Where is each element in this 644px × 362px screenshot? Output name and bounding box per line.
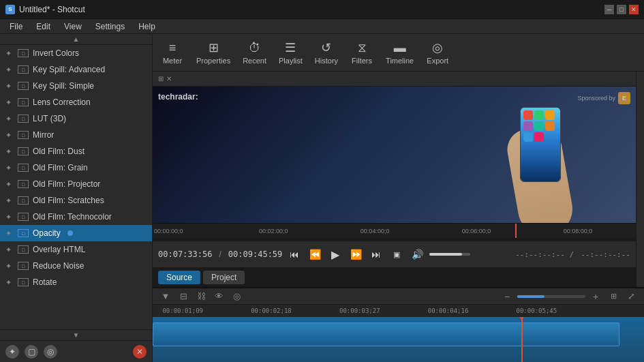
- playlist-button[interactable]: ☰ Playlist: [273, 35, 308, 70]
- timeline-link-button[interactable]: ⛓: [194, 289, 209, 304]
- skip-end-button[interactable]: ⏭: [368, 246, 384, 262]
- filters-label: Filters: [352, 57, 372, 65]
- timeline-scrub-button[interactable]: 👁: [211, 289, 226, 304]
- star-icon: ✦: [5, 49, 14, 58]
- filter-type-icon: □: [18, 229, 29, 237]
- filter-item-rotate[interactable]: ✦ □ Rotate: [0, 274, 152, 290]
- current-time-display: 00:07:33:56: [158, 250, 212, 259]
- filter-label: Key Spill: Advanced: [33, 65, 105, 74]
- timeline-label: Timeline: [386, 57, 414, 65]
- maximize-button[interactable]: □: [617, 5, 626, 14]
- active-dot: [67, 230, 73, 236]
- add-filter-button[interactable]: ✦: [5, 345, 19, 359]
- menu-settings[interactable]: Settings: [89, 20, 132, 33]
- filter-type-icon: □: [18, 49, 29, 57]
- filter-item-old-film-scratches[interactable]: ✦ □ Old Film: Scratches: [0, 192, 152, 209]
- scroll-up-icon[interactable]: ▲: [73, 35, 80, 43]
- filter-item-invert-colors[interactable]: ✦ □ Invert Colors: [0, 45, 152, 61]
- timeline-area: ▼ ⊟ ⛓ 👁 ◎ − + ⊞ ⤢ 00:00:01;: [153, 287, 644, 362]
- fast-forward-button[interactable]: ⏩: [348, 246, 364, 262]
- audio-filter-button[interactable]: ◎: [44, 345, 57, 359]
- right-scrollbar[interactable]: [636, 72, 644, 287]
- history-icon: ↺: [321, 40, 331, 55]
- meter-label: Meter: [163, 57, 182, 65]
- timeline-button[interactable]: ▬ Timeline: [380, 35, 419, 70]
- menu-help[interactable]: Help: [132, 20, 162, 33]
- filter-type-icon: □: [18, 262, 29, 270]
- ruler-mark-0: 00:00:00;0: [154, 228, 183, 235]
- properties-button[interactable]: ⊞ Properties: [191, 35, 236, 70]
- timeline-toggle-button[interactable]: ▼: [158, 289, 173, 304]
- filter-type-icon: □: [18, 147, 29, 155]
- filter-item-lens-correction[interactable]: ✦ □ Lens Correction: [0, 94, 152, 110]
- zoom-in-button[interactable]: +: [588, 289, 603, 304]
- filter-item-key-spill-simple[interactable]: ✦ □ Key Spill: Simple: [0, 78, 152, 94]
- timeline-split-button[interactable]: ⊟: [176, 289, 191, 304]
- volume-button[interactable]: 🔊: [409, 246, 425, 262]
- source-tab[interactable]: Source: [158, 271, 200, 284]
- volume-slider[interactable]: [429, 253, 470, 256]
- meter-button[interactable]: ≡ Meter: [155, 35, 189, 70]
- toggle-button[interactable]: ▣: [388, 246, 405, 262]
- preview-timeline-ruler: 00:00:00;0 00:02:00;0 00:04:00;0 00:06:0…: [153, 223, 636, 238]
- filter-item-old-film-technocolor[interactable]: ✦ □ Old Film: Technocolor: [0, 209, 152, 225]
- rewind-button[interactable]: ⏪: [307, 246, 323, 262]
- scroll-down-icon[interactable]: ▼: [73, 331, 80, 339]
- filter-item-key-spill-advanced[interactable]: ✦ □ Key Spill: Advanced: [0, 61, 152, 78]
- filter-type-icon: □: [18, 115, 29, 123]
- timeline-settings-button[interactable]: ⊞: [606, 289, 621, 304]
- skip-start-button[interactable]: ⏮: [286, 246, 303, 262]
- content-area: ≡ Meter ⊞ Properties ⏱ Recent ☰ Playlist…: [153, 34, 644, 362]
- remove-filter-button[interactable]: ✕: [133, 345, 147, 359]
- history-button[interactable]: ↺ History: [309, 35, 343, 70]
- sponsored-text: Sponsored by: [577, 95, 615, 102]
- toolbar: ≡ Meter ⊞ Properties ⏱ Recent ☰ Playlist…: [153, 34, 644, 72]
- filter-label: Mirror: [33, 130, 54, 140]
- sponsor-badge: E: [618, 92, 630, 104]
- menu-view[interactable]: View: [57, 20, 89, 33]
- filter-label: Old Film: Projector: [33, 179, 100, 189]
- project-tab[interactable]: Project: [203, 271, 245, 284]
- recent-button[interactable]: ⏱ Recent: [237, 35, 272, 70]
- frame-counter-2: --:--:--:--: [581, 250, 630, 259]
- video-filter-button[interactable]: ▢: [25, 345, 38, 359]
- star-icon: ✦: [5, 180, 14, 189]
- star-icon: ✦: [5, 115, 14, 123]
- zoom-out-button[interactable]: −: [500, 289, 515, 304]
- filter-item-old-film-projector[interactable]: ✦ □ Old Film: Projector: [0, 176, 152, 192]
- star-icon: ✦: [5, 229, 14, 238]
- filters-button[interactable]: ⧖ Filters: [345, 35, 379, 70]
- filter-item-old-film-dust[interactable]: ✦ □ Old Film: Dust: [0, 143, 152, 160]
- filter-item-opacity[interactable]: ✦ □ Opacity: [0, 225, 152, 241]
- filter-type-icon: □: [18, 131, 29, 139]
- play-button[interactable]: ▶: [327, 246, 343, 262]
- filter-item-old-film-grain[interactable]: ✦ □ Old Film: Grain: [0, 160, 152, 176]
- star-icon: ✦: [5, 245, 14, 254]
- filter-panel: ▲ ✦ □ Invert Colors ✦ □ Key Spill: Advan…: [0, 34, 153, 362]
- filter-type-icon: □: [18, 278, 29, 286]
- filter-type-icon: □: [18, 196, 29, 205]
- star-icon: ✦: [5, 164, 14, 172]
- timeline-ripple-button[interactable]: ◎: [229, 289, 244, 304]
- menu-edit[interactable]: Edit: [29, 20, 57, 33]
- menu-file[interactable]: File: [3, 20, 29, 33]
- volume-fill: [429, 253, 462, 256]
- filter-item-lut-3d[interactable]: ✦ □ LUT (3D): [0, 110, 152, 127]
- timeline-playhead[interactable]: [521, 317, 523, 362]
- minimize-button[interactable]: ─: [604, 5, 614, 14]
- filter-item-mirror[interactable]: ✦ □ Mirror: [0, 127, 152, 143]
- star-icon: ✦: [5, 98, 14, 107]
- star-icon: ✦: [5, 213, 14, 222]
- filter-label: Old Film: Grain: [33, 163, 88, 172]
- export-button[interactable]: ◎ Export: [420, 35, 455, 70]
- timeline-expand-button[interactable]: ⤢: [624, 289, 639, 304]
- filter-item-overlay-html[interactable]: ✦ □ Overlay HTML: [0, 241, 152, 258]
- preview-close-icon[interactable]: ✕: [166, 75, 172, 82]
- close-button[interactable]: ✕: [629, 5, 639, 14]
- filter-type-icon: □: [18, 98, 29, 106]
- recent-label: Recent: [243, 57, 266, 65]
- filter-item-reduce-noise[interactable]: ✦ □ Reduce Noise: [0, 258, 152, 274]
- filter-label: Reduce Noise: [33, 261, 84, 271]
- video-preview: techradar: Sponsored by E: [153, 87, 636, 223]
- zoom-slider[interactable]: [517, 295, 585, 298]
